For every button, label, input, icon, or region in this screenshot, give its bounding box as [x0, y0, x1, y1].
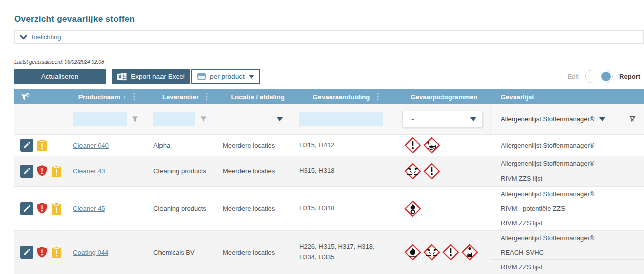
clipboard-warning-icon — [36, 139, 48, 152]
gevaarlijst-cell: Allergenenlijst Stoffenmanager®RIVM ZZS … — [491, 156, 644, 186]
gevaarlijst-item: Allergenenlijst Stoffenmanager® — [491, 187, 644, 201]
edit-pencil-button[interactable] — [20, 246, 33, 259]
column-menu-icon[interactable] — [377, 93, 379, 101]
table-header-row: Productnaam ↑ Leverancier Locatie / afde… — [14, 89, 644, 104]
gevaarlijst-item: RIVM ZZS lijst — [491, 259, 644, 274]
filter-cell-actions — [14, 104, 65, 134]
page-title: Overzicht gevaarlijke stoffen — [14, 14, 135, 24]
toelichting-label: toelichting — [32, 33, 61, 41]
product-link[interactable]: Cleaner 040 — [73, 142, 109, 149]
toelichting-expander[interactable]: toelichting — [14, 30, 644, 44]
last-updated-text: Laatst geactualiseerd: 06/02/2024 02:08 — [14, 59, 104, 65]
gevaarlijst-item: RIVM - potentiële ZZS — [491, 201, 644, 215]
row-actions — [14, 246, 65, 259]
gevaarlijst-cell: Allergenenlijst Stoffenmanager®RIVM - po… — [491, 187, 644, 230]
gevaaraanduiding-cell: H315, H318 — [294, 166, 397, 176]
leverancier-cell: Alpha — [148, 142, 221, 149]
leverancier-filter-input[interactable] — [153, 112, 195, 126]
leverancier-cell: Cleaning products — [148, 167, 221, 175]
product-link[interactable]: Cleaner 43 — [73, 167, 105, 175]
filter-row: ~ Allergenenlijst Stoffenmanager® — [14, 104, 644, 134]
ghs-flame-pictogram-icon — [404, 244, 421, 261]
gevaarlijst-item: Allergenenlijst Stoffenmanager® — [491, 156, 644, 171]
table-row: Cleaner 43 Cleaning products Meerdere lo… — [14, 156, 644, 186]
funnel-icon[interactable] — [132, 116, 138, 122]
gevaarlijst-item: RIVM ZZS lijst — [491, 216, 644, 230]
gevaaraanduiding-cell: H315, H318 — [294, 203, 397, 214]
column-label: Gevaaraanduiding — [313, 93, 370, 101]
toggle-knob — [601, 72, 611, 81]
pictogrammen-filter-value: ~ — [410, 115, 414, 123]
column-menu-icon[interactable] — [133, 93, 135, 101]
table-row: Coating 044 Chemicals BV Meerdere locati… — [14, 230, 644, 274]
pictogrammen-cell — [397, 137, 491, 154]
column-header-gevaaraanduiding[interactable]: Gevaaraanduiding — [294, 89, 397, 104]
gevaarlijst-filter-value[interactable]: Allergenenlijst Stoffenmanager® — [501, 115, 594, 123]
chevron-down-icon — [599, 117, 605, 121]
filter-cell-gevaarlijst: Allergenenlijst Stoffenmanager® — [491, 104, 644, 134]
pictogrammen-cell — [397, 244, 491, 261]
chevron-down-icon — [249, 75, 254, 79]
chevron-down-icon — [277, 117, 283, 121]
substances-table: Productnaam ↑ Leverancier Locatie / afde… — [14, 89, 644, 274]
edit-pencil-button[interactable] — [20, 202, 33, 215]
column-header-gevaarpictogrammen[interactable]: Gevaarpictogrammen — [397, 89, 491, 104]
clipboard-warning-icon — [51, 165, 62, 178]
pictogrammen-filter-dropdown[interactable]: ~ — [403, 111, 483, 128]
row-actions — [14, 202, 65, 215]
productnaam-filter-input[interactable] — [73, 112, 127, 126]
column-label: Locatie / afdeling — [231, 93, 284, 101]
report-mode-label: Report — [619, 73, 640, 80]
filter-settings-icon — [21, 93, 30, 101]
edit-mode-label: Edit — [568, 73, 579, 80]
gevaaraanduiding-cell: H315, H412 — [294, 140, 397, 151]
column-label: Leverancier — [162, 93, 199, 101]
clipboard-warning-icon — [51, 202, 62, 215]
excel-icon — [117, 72, 127, 81]
column-header-productnaam[interactable]: Productnaam ↑ — [65, 89, 148, 104]
product-link[interactable]: Cleaner 45 — [73, 205, 105, 212]
clear-filter-icon[interactable] — [629, 115, 637, 123]
gevaarlijst-item: Allergenenlijst Stoffenmanager® — [491, 135, 644, 156]
gevaarlijst-cell: Allergenenlijst Stoffenmanager® — [491, 135, 644, 156]
clipboard-warning-icon — [51, 246, 62, 259]
refresh-button[interactable]: Actualiseren — [14, 69, 106, 84]
header-filter-settings[interactable] — [14, 89, 65, 104]
column-header-locatie[interactable]: Locatie / afdeling — [221, 89, 294, 104]
funnel-icon[interactable] — [200, 116, 207, 122]
filter-cell-gevaaraanduiding — [294, 104, 397, 134]
column-menu-icon[interactable] — [206, 93, 208, 101]
gevaaraanduiding-cell: H226, H315, H317, H318, H334, H335 — [294, 242, 397, 263]
ghs-flame-over-circle-pictogram-icon — [404, 200, 421, 217]
gevaarlijst-item: RIVM ZZS lijst — [491, 171, 644, 186]
locatie-filter-dropdown[interactable] — [221, 104, 294, 134]
gevaarlijst-cell: Allergenenlijst Stoffenmanager®REACH-SVH… — [491, 231, 644, 274]
column-header-leverancier[interactable]: Leverancier — [148, 89, 221, 104]
gevaaraanduiding-filter-input[interactable] — [299, 112, 383, 126]
edit-pencil-button[interactable] — [20, 139, 33, 152]
leverancier-cell: Chemicals BV — [148, 249, 221, 256]
pictogrammen-cell — [397, 200, 491, 217]
edit-report-switch-group: Edit Report — [568, 70, 640, 83]
column-label: Gevaarlijst — [501, 93, 534, 101]
chevron-down-icon — [20, 35, 27, 40]
column-header-gevaarlijst[interactable]: Gevaarlijst — [491, 89, 644, 104]
chevron-down-icon — [470, 117, 476, 121]
locatie-cell: Meerdere locaties — [221, 167, 294, 175]
table-row: Cleaner 45 Cleaning products Meerdere lo… — [14, 186, 644, 230]
product-link[interactable]: Coating 044 — [73, 249, 108, 256]
filter-cell-pictogrammen: ~ — [397, 104, 491, 134]
view-mode-dropdown[interactable]: per product — [191, 69, 260, 84]
row-actions — [14, 165, 65, 178]
column-label: Gevaarpictogrammen — [411, 93, 478, 101]
export-excel-button[interactable]: Export naar Excel — [112, 69, 190, 84]
locatie-cell: Meerdere locaties — [221, 249, 294, 256]
hazardous-substances-overview-page: Overzicht gevaarlijke stoffen toelichtin… — [0, 0, 644, 274]
ghs-exclamation-pictogram-icon — [442, 244, 459, 261]
filter-cell-leverancier — [148, 104, 221, 134]
ghs-health-hazard-pictogram-icon — [461, 244, 478, 261]
sort-asc-icon: ↑ — [123, 93, 127, 101]
edit-pencil-button[interactable] — [20, 165, 33, 178]
filter-cell-productnaam — [65, 104, 148, 134]
edit-report-toggle[interactable] — [585, 70, 613, 83]
